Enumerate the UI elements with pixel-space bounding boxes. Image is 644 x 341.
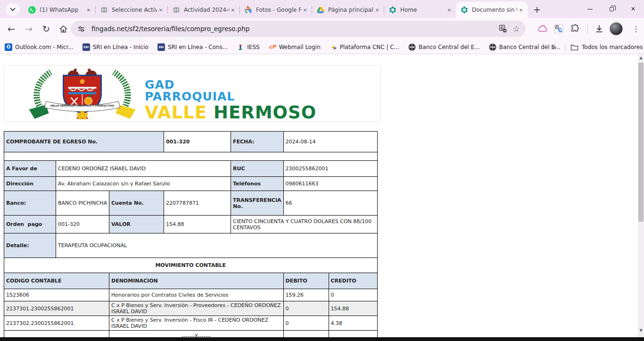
minimize-icon (587, 9, 593, 9)
all-bookmarks-button[interactable]: Todos los marcadores (570, 40, 643, 54)
valor-label: VALOR (109, 216, 164, 233)
tab-title: Home (400, 7, 446, 13)
tab-close-button[interactable]: ✕ (157, 6, 165, 14)
tab-actividad[interactable]: Actividad 2024-0 ✕ (168, 2, 239, 18)
bookmark-banco-central-1[interactable]: Banco Central del E... (408, 43, 480, 51)
fecha-value: 2024-08-14 (283, 132, 377, 152)
minimize-button[interactable] (579, 0, 601, 18)
extensions-button[interactable] (568, 22, 582, 36)
restore-button[interactable] (601, 0, 622, 18)
logo-valle: VALLE (145, 102, 207, 123)
home-icon (59, 25, 68, 33)
bookmark-label: SRI en Línea - Inicio (93, 44, 149, 50)
tab-title: Actividad 2024-0 (184, 7, 229, 13)
bookmark-outlook[interactable]: O Outlook.com - Micr... (5, 43, 74, 51)
voucher-title: COMPROBANTE DE EGRESO No. (4, 132, 164, 152)
new-tab-button[interactable]: + (530, 3, 544, 16)
reload-button[interactable]: ↻ (39, 21, 54, 36)
iess-icon (237, 43, 244, 51)
row-codigo: 2137301.2300255862001 (4, 301, 109, 316)
bookmark-iess[interactable]: IESS (237, 43, 259, 51)
chevron-down-icon (10, 6, 15, 11)
bookmarks-overflow-button[interactable]: » (549, 40, 560, 54)
google-photos-icon (245, 6, 252, 14)
tab-close-button[interactable]: ✕ (301, 6, 309, 14)
tab-documento-active[interactable]: Documento sin t ✕ (456, 2, 528, 18)
svg-text:G: G (558, 27, 562, 33)
tab-title: Fotos - Google F (256, 7, 301, 13)
spacer-row (4, 152, 378, 161)
table-row: CODIGO CONTABLE DENOMINACION DEBITO CRED… (4, 273, 378, 289)
tab-close-button[interactable]: ✕ (229, 6, 237, 14)
table-row: Orden pago 001-320 VALOR 154.88 CIENTO C… (4, 216, 378, 233)
table-row: A Favor de CEDEÑO ORDOÑEZ ISRAEL DAVID R… (4, 161, 378, 177)
voucher-table: COMPROBANTE DE EGRESO No. 001-320 FECHA:… (4, 131, 378, 341)
taskbar-edge (0, 337, 644, 341)
bookmark-label: Outlook.com - Micr... (15, 44, 74, 50)
omnibox[interactable]: fingads.net/sf2/tesoreria/files/compro_e… (71, 21, 526, 37)
table-row: COMPROBANTE DE EGRESO No. 001-320 FECHA:… (4, 132, 378, 152)
tab-pagina-principal[interactable]: Página principal ✕ (312, 2, 384, 18)
globe-dark-icon (408, 43, 416, 51)
vertical-scrollbar[interactable]: ▲ ▼ (638, 54, 644, 341)
close-window-button[interactable]: ✕ (622, 0, 644, 18)
whatsapp-icon (28, 6, 36, 14)
banco-value: BANCO PICHINCHA (56, 191, 109, 216)
translate-page-button[interactable]: G (496, 22, 510, 35)
scroll-thumb[interactable] (638, 63, 644, 222)
bookmark-sri-consultas[interactable]: SRI SRI en Línea - Cons... (157, 43, 228, 51)
tab-close-button[interactable]: ✕ (446, 6, 453, 14)
menu-button[interactable]: ⋮ (630, 22, 642, 36)
movimiento-title: MOVIMIENTO CONTABLE (4, 258, 378, 273)
puzzle-icon (570, 24, 580, 33)
scroll-down-button[interactable]: ▼ (638, 327, 644, 334)
tab-whatsapp[interactable]: (1) WhatsApp ✕ (24, 2, 95, 18)
google-drive-icon (317, 6, 324, 14)
bookmark-webmail[interactable]: cP Webmail Login (269, 43, 321, 51)
tab-title: Documento sin t (472, 7, 517, 13)
url-text[interactable]: fingads.net/sf2/tesoreria/files/compro_e… (91, 25, 496, 33)
bookmark-star-button[interactable]: ☆ (510, 22, 523, 35)
a-favor-value: CEDEÑO ORDOÑEZ ISRAEL DAVID (56, 161, 231, 177)
voucher-number: 001-320 (164, 132, 231, 152)
direccion-value: Av. Abraham Calazacón s/n y Rafael Sanzi… (56, 177, 231, 191)
row-denominacion: Honorarios por Contratos Civiles de Serv… (109, 289, 284, 301)
site-info-button[interactable] (74, 22, 88, 35)
tab-seleccione[interactable]: Seleccione Activ ✕ (96, 2, 167, 18)
back-button[interactable]: ← (4, 21, 19, 36)
globe-dark-icon (489, 43, 496, 51)
table-row: Detalle: TERAPEUTA OCUPACIONAL (4, 233, 378, 258)
orden-pago-label: Orden pago (4, 216, 56, 233)
ruc-label: RUC (231, 161, 284, 177)
window-controls: ✕ (579, 0, 644, 18)
telefonos-label: Teléfonos (231, 177, 284, 191)
translate-extension-button[interactable]: G (552, 22, 566, 36)
bookmark-sri-inicio[interactable]: SRI SRI en Línea - Inicio (83, 43, 149, 51)
bookmarks-divider (565, 43, 565, 51)
forward-button[interactable]: → (21, 21, 36, 36)
row-credito: 154.88 (329, 301, 377, 316)
bookmark-cnc[interactable]: Plataforma CNC | C... (330, 43, 399, 51)
bookmark-label: Webmail Login (279, 44, 321, 50)
cpanel-icon: cP (269, 43, 276, 51)
profile-avatar[interactable] (610, 22, 623, 35)
tab-fotos[interactable]: Fotos - Google F ✕ (240, 2, 312, 18)
tune-icon (77, 25, 85, 33)
scroll-up-button[interactable]: ▲ (638, 54, 644, 61)
cloud-extension-button[interactable] (536, 22, 550, 36)
valle-hermoso-crest: VALLE HERMOSO TURÍSTICO Y PRODUCTIVO (22, 66, 142, 122)
cloud-icon (538, 24, 548, 33)
tab-close-button[interactable]: ✕ (85, 6, 92, 14)
globe-icon (173, 6, 180, 14)
tab-search-button[interactable] (6, 3, 20, 16)
header-denominacion: DENOMINACION (109, 273, 284, 289)
download-button[interactable] (592, 22, 606, 36)
tab-home[interactable]: Home ✕ (384, 2, 456, 18)
folder-icon (570, 44, 578, 51)
tab-close-button[interactable]: ✕ (373, 6, 381, 14)
home-button[interactable] (56, 21, 71, 36)
cuenta-value: 2207787871 (164, 191, 231, 216)
tab-close-button[interactable]: ✕ (517, 6, 525, 14)
tab-strip: (1) WhatsApp ✕ Seleccione Activ ✕ Activi… (0, 0, 644, 18)
all-bookmarks-label: Todos los marcadores (582, 44, 643, 50)
